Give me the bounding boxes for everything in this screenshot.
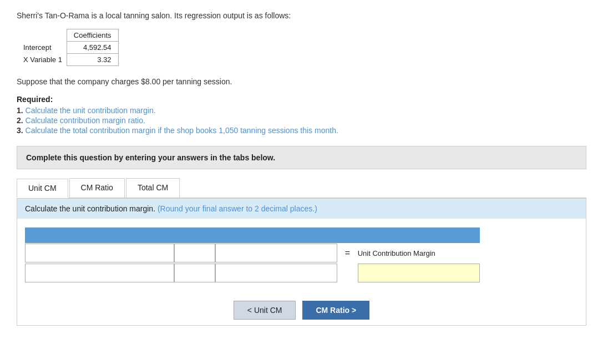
grid-row1-input1-cell: [25, 243, 174, 263]
grid-row1-input3-cell: [215, 243, 337, 263]
grid-row2-input1[interactable]: [25, 264, 174, 282]
required-label: Required:: [17, 95, 586, 104]
intro-text: Sherri's Tan-O-Rama is a local tanning s…: [17, 11, 586, 20]
grid-row2-input2[interactable]: [174, 264, 215, 282]
back-unit-cm-button[interactable]: < Unit CM: [234, 301, 296, 320]
grid-header-row: [25, 228, 480, 243]
grid-row2-input3-cell: [215, 263, 337, 283]
tab-total-cm[interactable]: Total CM: [126, 178, 180, 198]
grid-row1-input2[interactable]: [174, 244, 215, 262]
xvar-label: X Variable 1: [17, 54, 67, 66]
suppose-text: Suppose that the company charges $8.00 p…: [17, 77, 586, 86]
nav-buttons: < Unit CM CM Ratio >: [17, 292, 586, 325]
required-item-2: 2. Calculate contribution margin ratio.: [17, 116, 586, 125]
question-box: Complete this question by entering your …: [17, 146, 586, 169]
xvar-value: 3.32: [67, 54, 118, 66]
tab-unit-cm[interactable]: Unit CM: [17, 179, 68, 198]
required-item-3: 3. Calculate the total contribution marg…: [17, 126, 586, 135]
next-cm-ratio-button[interactable]: CM Ratio >: [302, 301, 369, 320]
required-item-1: 1. Calculate the unit contribution margi…: [17, 106, 586, 115]
calculate-bar: Calculate the unit contribution margin. …: [17, 199, 586, 219]
grid-row2-result-cell: [358, 263, 480, 283]
equals-symbol: =: [337, 243, 358, 263]
grid-row2-input3[interactable]: [215, 264, 337, 282]
input-grid: = Unit Contribution Margin: [17, 219, 586, 292]
grid-table: = Unit Contribution Margin: [25, 228, 480, 283]
grid-row2-input1-cell: [25, 263, 174, 283]
regression-table: Coefficients Intercept 4,592.54 X Variab…: [17, 29, 119, 66]
intercept-label: Intercept: [17, 42, 67, 54]
grid-row1-input3[interactable]: [215, 244, 337, 262]
grid-row2-result-input[interactable]: [358, 264, 480, 282]
tabs-container: Unit CM CM Ratio Total CM: [17, 178, 586, 199]
grid-row-2: [25, 263, 480, 283]
grid-row1-input1[interactable]: [25, 244, 174, 262]
grid-row-1: = Unit Contribution Margin: [25, 243, 480, 263]
regression-header: Coefficients: [67, 29, 118, 42]
required-section: Required: 1. Calculate the unit contribu…: [17, 95, 586, 135]
grid-row2-input2-cell: [174, 263, 215, 283]
grid-row1-input2-cell: [174, 243, 215, 263]
result-label: Unit Contribution Margin: [358, 243, 480, 263]
content-area: Calculate the unit contribution margin. …: [17, 199, 586, 326]
tab-cm-ratio[interactable]: CM Ratio: [69, 178, 125, 198]
intercept-value: 4,592.54: [67, 42, 118, 54]
